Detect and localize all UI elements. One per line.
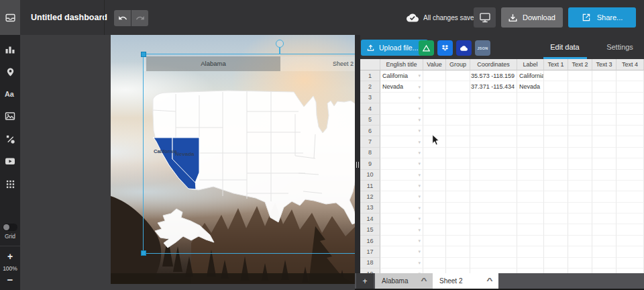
cell[interactable] xyxy=(616,93,644,103)
cell[interactable] xyxy=(470,269,517,273)
tab-settings[interactable]: Settings xyxy=(595,35,644,59)
cell[interactable] xyxy=(517,181,544,191)
sheet-tab-sheet2[interactable]: Sheet 2 ^ xyxy=(433,273,498,289)
cell[interactable] xyxy=(517,269,544,273)
cell[interactable] xyxy=(446,93,470,103)
google-drive-import-button[interactable] xyxy=(419,40,434,56)
cell[interactable] xyxy=(592,93,616,103)
cell[interactable] xyxy=(446,236,470,246)
cell[interactable]: ▾ xyxy=(380,203,423,213)
cell[interactable] xyxy=(592,181,616,191)
shapes-icon[interactable] xyxy=(0,131,20,147)
row-number[interactable]: 14 xyxy=(360,213,380,224)
download-button[interactable]: Download xyxy=(501,7,563,28)
cell[interactable]: 37.371 -115.434 xyxy=(470,81,517,92)
cell[interactable] xyxy=(423,258,446,269)
row-number[interactable]: 1 xyxy=(360,70,380,81)
cell[interactable] xyxy=(616,115,644,126)
undo-button[interactable] xyxy=(114,10,131,26)
video-icon[interactable] xyxy=(0,153,20,169)
cell[interactable] xyxy=(544,136,568,147)
cell[interactable] xyxy=(423,136,446,147)
cell[interactable] xyxy=(616,103,644,114)
cell[interactable] xyxy=(592,258,616,269)
cell[interactable] xyxy=(446,191,470,202)
cell[interactable] xyxy=(616,236,644,246)
cell[interactable] xyxy=(423,181,446,191)
cell[interactable] xyxy=(544,158,568,169)
cell[interactable] xyxy=(544,213,568,224)
cell[interactable] xyxy=(568,170,592,181)
onedrive-import-button[interactable] xyxy=(456,40,472,56)
cell[interactable] xyxy=(544,181,568,191)
cell-dropdown-icon[interactable]: ▾ xyxy=(417,228,421,232)
cell[interactable]: ▾ xyxy=(380,103,423,114)
upload-file-button[interactable]: Upload file... xyxy=(361,40,428,56)
cell[interactable] xyxy=(592,115,616,126)
column-header[interactable]: Text 1 xyxy=(544,59,568,70)
row-number[interactable]: 18 xyxy=(360,258,380,269)
cell[interactable] xyxy=(544,246,568,257)
cell[interactable]: ▾ xyxy=(380,148,423,158)
cell[interactable] xyxy=(423,81,446,92)
cell[interactable] xyxy=(592,126,616,136)
chevron-up-icon[interactable]: ^ xyxy=(421,277,427,285)
cell[interactable] xyxy=(592,81,616,92)
cell[interactable]: ▾ xyxy=(380,246,423,257)
cell-dropdown-icon[interactable]: ▾ xyxy=(417,140,421,144)
cell[interactable] xyxy=(470,136,517,147)
canvas[interactable]: California Nevada Alabama Sheet 2 xyxy=(111,35,356,284)
column-header[interactable]: Text 4 xyxy=(616,59,644,70)
cell[interactable] xyxy=(423,93,446,103)
cell[interactable] xyxy=(568,224,592,235)
cell-dropdown-icon[interactable]: ▾ xyxy=(417,183,421,188)
cell[interactable] xyxy=(446,136,470,147)
cell[interactable]: Nevada xyxy=(517,81,544,92)
resize-handle-top-left[interactable] xyxy=(141,52,146,57)
cell[interactable] xyxy=(568,181,592,191)
row-number[interactable]: 6 xyxy=(360,126,380,136)
cell-dropdown-icon[interactable]: ▾ xyxy=(417,161,421,166)
cell[interactable] xyxy=(544,236,568,246)
cell-dropdown-icon[interactable]: ▾ xyxy=(417,260,421,265)
cell[interactable] xyxy=(470,93,517,103)
column-header[interactable]: Group xyxy=(446,59,470,70)
cell[interactable] xyxy=(446,203,470,213)
cell[interactable] xyxy=(517,136,544,147)
cell[interactable] xyxy=(423,126,446,136)
cell-dropdown-icon[interactable]: ▾ xyxy=(417,238,421,243)
cell[interactable] xyxy=(423,103,446,114)
row-number[interactable]: 11 xyxy=(360,181,380,191)
cell[interactable] xyxy=(517,258,544,269)
cell[interactable] xyxy=(568,115,592,126)
cell[interactable] xyxy=(423,224,446,235)
cell-dropdown-icon[interactable]: ▾ xyxy=(417,194,421,199)
column-header[interactable]: English title xyxy=(380,59,423,70)
column-header[interactable]: Text 2 xyxy=(568,59,592,70)
cell[interactable] xyxy=(568,103,592,114)
cell[interactable] xyxy=(423,115,446,126)
resize-handle-bottom-left[interactable] xyxy=(141,250,146,256)
cell[interactable] xyxy=(616,224,644,235)
cell[interactable] xyxy=(517,170,544,181)
cell[interactable] xyxy=(592,148,616,158)
cell[interactable] xyxy=(446,81,470,92)
cell[interactable] xyxy=(592,170,616,181)
cell[interactable] xyxy=(470,158,517,169)
cell[interactable]: ▾ xyxy=(380,236,423,246)
cell[interactable]: ▾ xyxy=(380,191,423,202)
cell[interactable] xyxy=(544,203,568,213)
cell[interactable]: ▾ xyxy=(380,181,423,191)
cell[interactable] xyxy=(568,269,592,273)
cell[interactable] xyxy=(544,126,568,136)
cell[interactable] xyxy=(446,103,470,114)
apps-icon[interactable] xyxy=(0,176,20,192)
chart-tab-alabama[interactable]: Alabama xyxy=(146,56,280,71)
cell-dropdown-icon[interactable]: ▾ xyxy=(417,249,421,254)
row-number[interactable]: 9 xyxy=(360,158,380,169)
cell[interactable] xyxy=(616,170,644,181)
cell[interactable] xyxy=(592,70,616,81)
cell[interactable] xyxy=(544,70,568,81)
cell[interactable] xyxy=(517,203,544,213)
cell[interactable] xyxy=(544,103,568,114)
